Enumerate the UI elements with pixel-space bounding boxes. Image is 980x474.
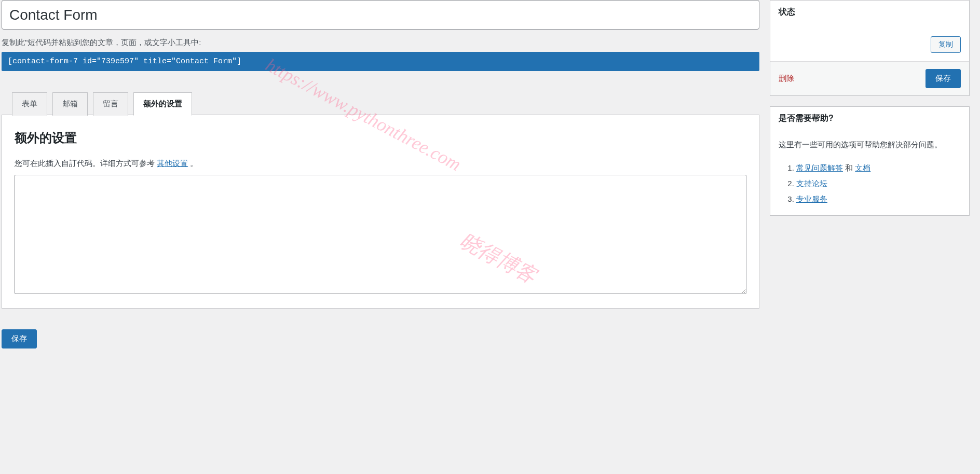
faq-link[interactable]: 常见问题解答 xyxy=(796,163,843,172)
status-postbox: 状态 复制 删除 保存 xyxy=(770,0,970,96)
help-intro: 这里有一些可用的选项可帮助您解决部分问题。 xyxy=(779,138,961,151)
sidebar: 状态 复制 删除 保存 是否需要帮助? 这里有一些可用的选项可帮助您解决部分问题… xyxy=(770,0,970,348)
tabs: 表单 邮箱 留言 额外的设置 xyxy=(2,92,759,115)
shortcode-label: 复制此"短代码并粘贴到您的文章，页面，或文字小工具中: xyxy=(2,38,759,48)
copy-button[interactable]: 复制 xyxy=(931,36,961,53)
tab-mail[interactable]: 邮箱 xyxy=(52,92,88,116)
additional-settings-textarea[interactable] xyxy=(15,175,746,294)
help-item-3: 专业服务 xyxy=(796,191,961,207)
tab-messages[interactable]: 留言 xyxy=(93,92,128,116)
tab-additional-settings[interactable]: 额外的设置 xyxy=(133,92,192,116)
support-forum-link[interactable]: 支持论坛 xyxy=(796,179,827,188)
tab-form[interactable]: 表单 xyxy=(12,92,47,116)
status-box-title: 状态 xyxy=(770,1,969,24)
pro-service-link[interactable]: 专业服务 xyxy=(796,194,827,203)
docs-link[interactable]: 文档 xyxy=(855,163,870,172)
help-list: 常见问题解答 和 文档 支持论坛 专业服务 xyxy=(779,160,961,207)
tab-panel-additional: 额外的设置 您可在此插入自訂代码。详细方式可参考 其他设置 。 xyxy=(2,115,759,309)
delete-link[interactable]: 删除 xyxy=(779,74,794,83)
save-button-sidebar[interactable]: 保存 xyxy=(925,69,961,88)
help-box-title: 是否需要帮助? xyxy=(770,107,969,130)
panel-description: 您可在此插入自訂代码。详细方式可参考 其他设置 。 xyxy=(15,159,746,169)
main-content: 复制此"短代码并粘贴到您的文章，页面，或文字小工具中: [contact-for… xyxy=(2,0,759,348)
panel-desc-prefix: 您可在此插入自訂代码。详细方式可参考 xyxy=(15,159,157,168)
panel-desc-suffix: 。 xyxy=(188,159,198,168)
form-title-input[interactable] xyxy=(2,0,759,30)
save-button-bottom[interactable]: 保存 xyxy=(2,329,37,348)
other-settings-link[interactable]: 其他设置 xyxy=(157,159,188,168)
help-item-1: 常见问题解答 和 文档 xyxy=(796,160,961,176)
help-item-2: 支持论坛 xyxy=(796,176,961,191)
help-and-text: 和 xyxy=(843,163,855,172)
help-postbox: 是否需要帮助? 这里有一些可用的选项可帮助您解决部分问题。 常见问题解答 和 文… xyxy=(770,106,970,216)
panel-heading: 额外的设置 xyxy=(15,130,746,146)
shortcode-box[interactable]: [contact-form-7 id="739e597" title="Cont… xyxy=(2,52,759,71)
